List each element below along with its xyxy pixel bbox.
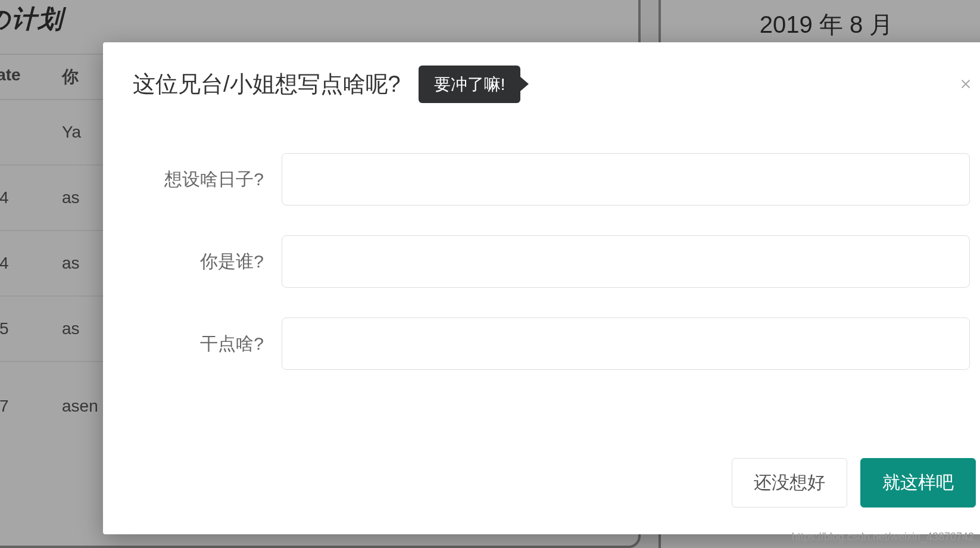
cancel-button[interactable]: 还没想好 [732,458,847,507]
content-label: 干点啥? [139,332,282,356]
date-label: 想设啥日子? [139,167,282,192]
dialog-form: 想设啥日子? 你是谁? 干点啥? [133,153,976,370]
dialog-footer: 还没想好 就这样吧 [732,458,976,507]
name-input[interactable] [282,235,970,288]
close-button[interactable] [956,72,976,97]
date-input[interactable] [282,153,970,206]
content-input[interactable] [282,317,970,370]
dialog-header: 这位兄台/小姐想写点啥呢? 要冲了嘛! [133,69,976,99]
close-icon [958,76,973,92]
form-row-name: 你是谁? [139,235,970,288]
form-row-date: 想设啥日子? [139,153,970,206]
tooltip: 要冲了嘛! [419,66,521,103]
dialog-title: 这位兄台/小姐想写点啥呢? [133,69,401,99]
watermark: https://blog.csdn.net/weixin_43870742 [792,531,974,543]
form-row-content: 干点啥? [139,317,970,370]
name-label: 你是谁? [139,250,282,274]
confirm-button[interactable]: 就这样吧 [860,458,976,507]
dialog: 这位兄台/小姐想写点啥呢? 要冲了嘛! 想设啥日子? 你是谁? 干点啥? 还没想… [103,42,980,534]
